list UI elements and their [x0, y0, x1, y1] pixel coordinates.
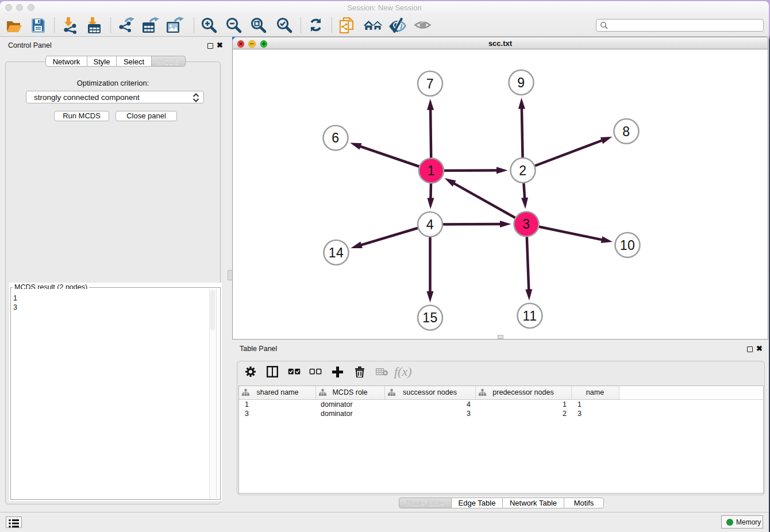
svg-text:3: 3	[522, 217, 530, 232]
svg-text:7: 7	[426, 76, 434, 91]
svg-text:11: 11	[523, 309, 537, 323]
svg-text:15: 15	[422, 310, 438, 325]
svg-text:6: 6	[332, 130, 339, 145]
svg-text:2: 2	[519, 163, 526, 178]
svg-text:8: 8	[622, 124, 630, 139]
svg-text:4: 4	[426, 217, 434, 232]
svg-text:1: 1	[428, 163, 435, 178]
svg-text:10: 10	[620, 238, 636, 253]
svg-text:14: 14	[329, 245, 344, 260]
svg-text:9: 9	[517, 75, 525, 90]
